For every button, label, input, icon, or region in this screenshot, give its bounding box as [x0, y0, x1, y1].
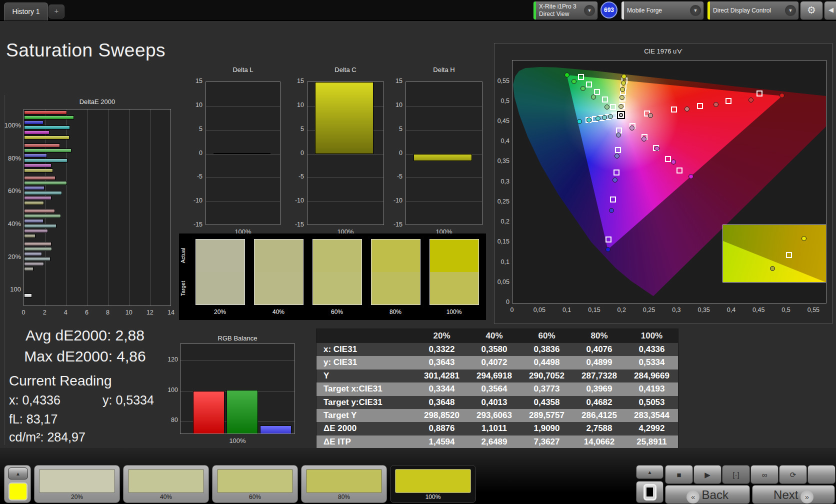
gridline	[406, 178, 482, 178]
row-value: 0,4682	[573, 396, 626, 409]
pattern-tile-40%[interactable]: 40%	[123, 465, 209, 503]
row-value: 0,5053	[626, 396, 678, 409]
collapse-panel-button[interactable]: ◀	[824, 1, 836, 20]
blank-button[interactable]	[808, 465, 836, 484]
y-tick-label: 0	[287, 150, 304, 156]
target-row-label: Target	[180, 278, 186, 298]
gridline	[206, 130, 280, 130]
blue-target-marker-60pct	[614, 170, 620, 176]
magenta-measured-marker-20pct	[630, 126, 634, 130]
table-column-header: 80%	[573, 329, 626, 343]
row-value: 0,4013	[468, 396, 520, 409]
play-button[interactable]: ▶	[694, 465, 722, 484]
workflow-name: Direct Display Control	[710, 7, 785, 14]
y-tick-label: -10	[287, 197, 304, 204]
deltae-bar-20%-cyan	[24, 257, 50, 261]
inset-measured-marker	[802, 236, 806, 241]
next-arrows-icon: »	[800, 490, 814, 504]
pattern-tile-80%[interactable]: 80%	[301, 465, 387, 503]
delta-h-plot-area	[406, 82, 482, 225]
stop-button[interactable]: ■	[665, 465, 693, 484]
deltae-bar-40%-yellow	[24, 234, 36, 238]
delta-h-bar	[414, 154, 472, 161]
delta-h-title: Delta H	[406, 66, 482, 74]
y-tick-label: 15	[386, 78, 402, 84]
delta-c-chart: Delta C151050-5-10-15100%	[287, 65, 387, 238]
table-header-row: 20%40%60%80%100%	[316, 329, 678, 343]
y-tick-label: 5	[386, 126, 402, 132]
deltae-bar-80%-green	[24, 148, 72, 152]
cie-x-tick-label: 0,35	[694, 306, 714, 314]
row-label: Target y:CIE31	[316, 396, 416, 409]
pattern-tile-100%[interactable]: 100%	[390, 465, 476, 503]
tab-history-1[interactable]: History 1	[4, 2, 48, 20]
swatch-target	[372, 272, 420, 304]
swatch-label: 40%	[254, 308, 304, 316]
deltae-bar-100%-magenta	[24, 130, 50, 134]
meter-select[interactable]: X-Rite i1Pro 3 Direct View ▼	[533, 1, 598, 20]
page-title: Saturation Sweeps	[6, 40, 166, 61]
deltae-bar-100-red	[24, 294, 32, 298]
settings-button[interactable]: ⚙	[800, 1, 823, 20]
row-value: 0,3322	[416, 343, 468, 356]
group-label: 100	[0, 286, 21, 293]
gridline	[87, 110, 88, 306]
row-value: 0,3564	[468, 382, 520, 396]
next-button[interactable]: Next »	[752, 485, 835, 504]
row-value: 0,5334	[626, 356, 678, 369]
source-select[interactable]: Mobile Forge ▼	[621, 1, 704, 20]
inset-target-marker	[786, 252, 792, 258]
table-row: x: CIE310,33220,35800,38360,40760,4336	[316, 343, 678, 356]
pattern-tile-60%[interactable]: 60%	[212, 465, 298, 503]
y-tick-label: 80	[161, 416, 178, 424]
pattern-window-button[interactable]	[636, 481, 664, 503]
y-tick-label: 15	[287, 78, 304, 84]
tile-label: 20%	[34, 494, 120, 500]
y-tick-label: 10	[386, 102, 402, 108]
scroll-up-button-right[interactable]: ▲	[636, 465, 664, 479]
next-label: Next	[774, 488, 798, 502]
current-pattern-swatch[interactable]	[8, 482, 28, 500]
rgb-plot-area	[180, 344, 295, 434]
add-tab-button[interactable]: +	[48, 4, 64, 18]
deltae-bar-100%-cyan	[24, 126, 70, 130]
workflow-select[interactable]: Direct Display Control ▼	[707, 1, 799, 20]
cie-y-tick-label: 0,25	[494, 198, 510, 205]
single-measure-button[interactable]: [·]	[722, 465, 750, 484]
deltae-bar-100%-green	[24, 116, 74, 120]
magenta-target-marker-80pct	[665, 156, 671, 162]
swatch-label: 80%	[370, 308, 420, 316]
actual-target-swatch-panel: ActualTarget20%40%60%80%100%	[179, 234, 486, 320]
table-row: ΔE ITP1,45942,64897,362714,066225,8911	[316, 436, 678, 448]
deltae-bar-60%-magenta	[24, 196, 52, 200]
scroll-up-button[interactable]: ▲	[8, 468, 28, 480]
refresh-button[interactable]: ⟳	[779, 465, 807, 484]
deltae-bar-40%-cyan	[24, 224, 56, 228]
row-value: 290,7052	[520, 370, 573, 382]
cie-x-tick-label: 0,25	[639, 306, 659, 314]
y-tick-label: 100	[161, 386, 178, 394]
deltae-bar-20%-red	[24, 242, 52, 246]
back-button[interactable]: « Back	[665, 485, 750, 504]
gear-icon: ⚙	[807, 4, 816, 16]
row-value: 0,4193	[626, 382, 678, 396]
meter-count-badge[interactable]: 693	[600, 2, 618, 18]
x-tick-label: 6	[80, 309, 92, 316]
gridline	[150, 110, 151, 306]
tile-label: 40%	[124, 494, 208, 500]
cie-x-tick-label: 0,4	[721, 306, 741, 314]
continuous-button[interactable]: ∞	[750, 465, 778, 484]
cie-diagram-panel: CIE 1976 u'v' 00,050,10,150,20,250,30,35…	[494, 43, 832, 324]
pattern-tile-20%[interactable]: 20%	[34, 465, 120, 503]
cie-x-tick-label: 0,1	[557, 306, 577, 314]
current-y-value: y: 0,5334	[102, 393, 154, 408]
delta-l-bar	[214, 153, 270, 154]
row-label: x: CIE31	[316, 343, 416, 356]
meter-name: X-Rite i1Pro 3	[539, 3, 584, 10]
row-value: 0,4899	[573, 356, 626, 369]
row-value: 298,8520	[416, 409, 468, 422]
swatch-target	[430, 272, 478, 304]
y-tick-label: 15	[186, 78, 202, 84]
chevron-down-icon: ▼	[690, 5, 701, 16]
rgb-bar-red	[193, 391, 224, 434]
